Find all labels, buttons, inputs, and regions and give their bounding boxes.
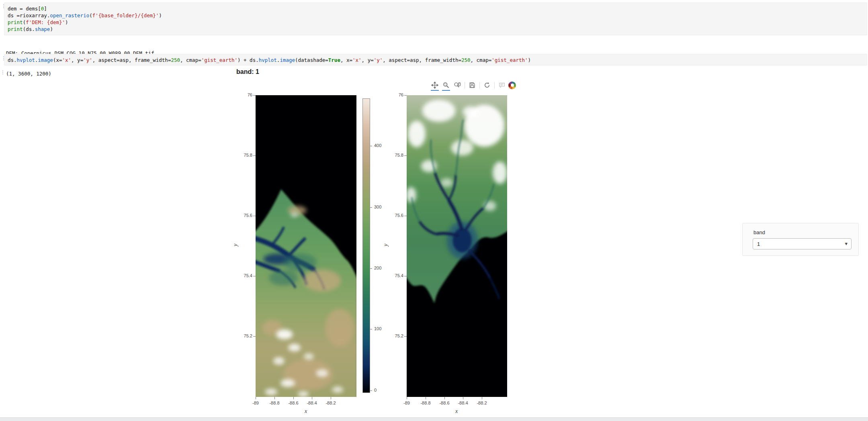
y-tick bbox=[404, 95, 407, 96]
y-tick bbox=[253, 95, 256, 96]
toolbar-separator bbox=[479, 82, 480, 89]
colorbar-tick-label: 0 bbox=[374, 388, 377, 392]
x-tick bbox=[274, 397, 275, 399]
colorbar-tick bbox=[370, 390, 372, 391]
toolbar-separator bbox=[465, 82, 465, 89]
colorbar bbox=[362, 98, 370, 393]
bokeh-logo[interactable] bbox=[508, 82, 516, 89]
x-tick bbox=[407, 397, 407, 399]
y-tick-label: 75.2 bbox=[231, 333, 252, 338]
y-tick-label: 75.4 bbox=[231, 273, 252, 278]
colorbar-tick-label: 300 bbox=[374, 204, 381, 209]
y-axis-label: y bbox=[383, 244, 389, 246]
x-tick bbox=[293, 397, 294, 399]
y-tick-label: 75.4 bbox=[383, 273, 403, 278]
output-line: (1, 3600, 1200) bbox=[6, 70, 154, 77]
box-zoom-tool-button[interactable] bbox=[441, 80, 451, 90]
hover-tool-button[interactable] bbox=[497, 80, 507, 90]
save-tool-button[interactable] bbox=[467, 80, 477, 90]
colorbar-tick-label: 400 bbox=[374, 143, 381, 148]
x-axis-label: x bbox=[444, 408, 469, 415]
save-icon bbox=[469, 82, 476, 89]
y-tick bbox=[253, 336, 256, 337]
output-collapser[interactable]: ⋮ bbox=[0, 70, 5, 74]
bokeh-logo-hole bbox=[511, 84, 514, 87]
band-widget-label: band bbox=[753, 229, 765, 235]
y-axis-label: y bbox=[232, 244, 239, 246]
colorbar-tick bbox=[370, 329, 372, 329]
dem-datashade-plot[interactable] bbox=[407, 95, 507, 397]
y-tick bbox=[404, 216, 407, 216]
bokeh-toolbar bbox=[430, 80, 516, 90]
x-tick bbox=[444, 397, 445, 399]
colorbar-tick-label: 100 bbox=[374, 326, 381, 331]
y-tick-label: 76 bbox=[383, 92, 403, 97]
y-tick bbox=[404, 155, 407, 156]
x-tick bbox=[331, 397, 331, 399]
code-cell-2[interactable]: ds.hvplot.image(x='x', y='y', aspect=asp… bbox=[4, 54, 867, 65]
colorbar-tick bbox=[370, 268, 372, 269]
y-tick bbox=[253, 216, 256, 216]
y-tick-label: 75.6 bbox=[231, 213, 252, 218]
dem-datashade-raster bbox=[407, 95, 507, 397]
dem-raster bbox=[256, 95, 356, 397]
horizontal-scrollbar[interactable] bbox=[0, 417, 868, 421]
x-tick bbox=[312, 397, 312, 399]
band-widget-panel: band 1 ▾ bbox=[742, 223, 859, 256]
box-zoom-icon bbox=[442, 82, 450, 89]
chevron-down-icon: ▾ bbox=[845, 241, 848, 247]
wheel-zoom-tool-button[interactable] bbox=[452, 80, 462, 90]
band-select[interactable]: 1 ▾ bbox=[753, 238, 852, 249]
pan-icon bbox=[431, 82, 438, 89]
reset-tool-button[interactable] bbox=[482, 80, 492, 90]
y-tick-label: 75.8 bbox=[231, 153, 252, 157]
reset-icon bbox=[483, 82, 491, 89]
x-tick-label: -88.2 bbox=[319, 401, 343, 405]
y-tick-label: 75.2 bbox=[383, 333, 403, 338]
y-tick bbox=[404, 276, 407, 276]
colorbar-tick-label: 200 bbox=[374, 266, 381, 270]
toolbar-separator bbox=[494, 82, 495, 89]
y-tick bbox=[404, 336, 407, 337]
pan-tool-button[interactable] bbox=[430, 80, 440, 90]
jupyter-notebook-page: ⋮ dem = dems[0]ds =rioxarray.open_raster… bbox=[0, 0, 868, 421]
x-tick bbox=[256, 397, 256, 399]
dem-image-plot[interactable] bbox=[256, 95, 356, 397]
colorbar-tick bbox=[370, 207, 372, 208]
y-tick bbox=[253, 276, 256, 276]
hover-icon bbox=[498, 82, 506, 89]
plot-title: band: 1 bbox=[236, 68, 259, 76]
x-tick bbox=[463, 397, 463, 399]
y-tick-label: 76 bbox=[231, 92, 252, 97]
x-tick bbox=[426, 397, 426, 399]
y-tick-label: 75.8 bbox=[383, 153, 403, 157]
x-tick bbox=[482, 397, 482, 399]
colorbar-tick bbox=[370, 146, 372, 146]
x-axis-label: x bbox=[294, 408, 318, 415]
band-select-value: 1 bbox=[757, 241, 760, 247]
y-tick bbox=[253, 155, 256, 156]
y-tick-label: 75.6 bbox=[383, 213, 403, 218]
wheel-zoom-icon bbox=[454, 82, 461, 89]
code-cell-1[interactable]: dem = dems[0]ds =rioxarray.open_rasterio… bbox=[4, 2, 867, 35]
x-tick-label: -88.2 bbox=[470, 401, 494, 405]
